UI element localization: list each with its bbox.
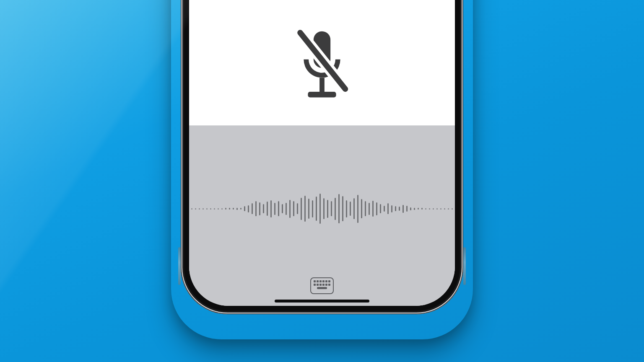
stage [0,0,644,362]
waveform-bar [255,201,257,216]
waveform-bar [244,206,245,211]
waveform-bar [391,205,392,212]
waveform-dot [440,208,441,209]
waveform-bar [357,195,358,223]
phone-screen [189,0,455,306]
waveform-bar [327,200,328,218]
waveform-dot [448,208,449,209]
home-indicator[interactable] [275,300,369,303]
waveform-dot [210,208,211,209]
waveform-bar [384,206,385,212]
waveform-bar [402,205,404,213]
waveform-bar [346,200,347,217]
waveform-bar [421,208,423,209]
waveform-bar [293,201,294,216]
waveform-bar [316,197,317,221]
waveform-dot [191,208,192,209]
waveform-dot [206,208,208,209]
waveform-bar [286,203,287,215]
waveform-bar [376,202,377,215]
waveform-bar [267,202,268,216]
waveform-dot [425,208,426,209]
antenna-band-left [178,247,181,285]
waveform-bar [263,204,264,213]
microphone-muted-icon [287,28,357,108]
waveform-bar [240,208,242,209]
waveform-dot [195,208,196,209]
waveform-bar [399,207,400,211]
waveform-bar [338,194,340,223]
svg-rect-1 [319,78,325,92]
waveform-bar [323,198,325,219]
audio-waveform [189,192,455,225]
waveform-bar [414,208,415,210]
waveform-bar [297,203,298,214]
waveform-bar [282,204,283,213]
waveform-bar [301,198,302,220]
waveform-bar [304,196,306,222]
phone-frame [181,0,463,314]
waveform-bar [225,208,226,209]
waveform-dot [199,208,200,209]
waveform-bar [410,207,411,210]
waveform-dot [452,208,453,209]
waveform-bar [387,203,389,214]
waveform-bar [380,204,381,213]
svg-rect-2 [308,92,336,97]
waveform-dot [436,208,438,209]
waveform-bar [369,203,370,215]
waveform-bar [274,203,275,215]
keyboard-icon [314,280,330,292]
waveform-dot [221,208,223,209]
waveform-bar [365,201,366,216]
waveform-dot [444,208,445,209]
waveform-dot [214,208,215,209]
waveform-bar [278,201,279,216]
waveform-dot [433,208,434,209]
waveform-bar [350,202,351,216]
waveform-bar [372,201,374,217]
waveform-bar [248,205,249,212]
waveform-bar [361,199,362,218]
waveform-bar [312,200,313,217]
switch-to-keyboard-button[interactable] [310,277,334,294]
content-area [189,0,455,125]
waveform-bar [308,199,309,219]
waveform-bar [252,203,253,214]
waveform-bar [229,208,230,209]
waveform-bar [418,208,419,209]
waveform-bar [236,208,238,210]
waveform-dot [203,208,204,209]
waveform-bar [259,202,260,215]
dictation-panel [189,125,455,306]
waveform-bar [406,206,408,212]
waveform-bar [342,196,343,221]
waveform-bar [395,206,396,211]
waveform-bar [335,198,336,220]
waveform-bar [289,200,291,218]
antenna-band-right [463,247,466,285]
waveform-bar [270,200,272,217]
waveform-bar [319,194,321,224]
waveform-dot [429,208,430,209]
waveform-bar [353,198,355,219]
waveform-bar [233,208,234,209]
waveform-dot [218,208,219,209]
waveform-bar [331,201,332,216]
